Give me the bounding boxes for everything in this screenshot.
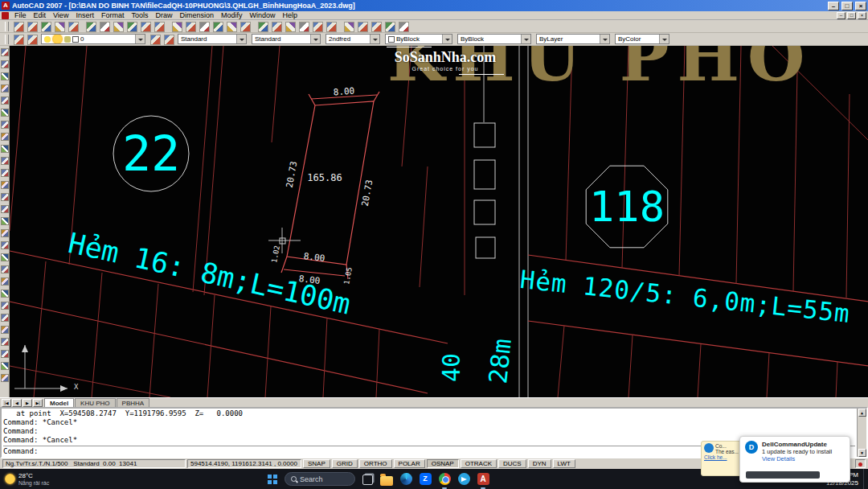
- taskbar-search[interactable]: Search: [285, 472, 355, 486]
- lwt-toggle[interactable]: LWT: [553, 459, 575, 468]
- mdi-close-button[interactable]: [858, 12, 866, 19]
- taskbar-button-autocad[interactable]: [476, 472, 490, 487]
- taskbar-button-chrome[interactable]: [437, 472, 452, 487]
- gradient-icon[interactable]: [0, 227, 10, 239]
- color-combo[interactable]: ByBlock: [385, 34, 452, 44]
- tab-model[interactable]: Model: [44, 398, 74, 407]
- menu-format[interactable]: Format: [98, 11, 128, 19]
- offset-icon[interactable]: [0, 311, 10, 323]
- save-icon[interactable]: [39, 21, 52, 32]
- line-icon[interactable]: [0, 46, 10, 58]
- open-icon[interactable]: [26, 21, 39, 32]
- mdi-minimize-button[interactable]: [837, 12, 845, 19]
- menu-modify[interactable]: Modify: [218, 11, 246, 19]
- undo-icon[interactable]: [170, 21, 183, 32]
- menu-tools[interactable]: Tools: [128, 11, 151, 19]
- rectangle-icon[interactable]: [0, 94, 10, 106]
- make-object-layer-current-icon[interactable]: [149, 34, 162, 45]
- plot-style-combo[interactable]: ByColor: [615, 34, 669, 44]
- communication-center-icon[interactable]: [855, 459, 866, 468]
- taskbar-button-zalo[interactable]: [418, 472, 432, 487]
- command-scrollbar[interactable]: [857, 409, 866, 457]
- revision-cloud-icon[interactable]: [0, 130, 10, 142]
- street-label-vertical-40[interactable]: 40: [437, 353, 465, 382]
- tab-last-button[interactable]: [33, 399, 43, 407]
- draw-order-icon[interactable]: [383, 21, 396, 32]
- mdi-restore-button[interactable]: [847, 12, 856, 19]
- taskbar-button-explorer[interactable]: [379, 472, 394, 487]
- zoom-realtime-icon[interactable]: [211, 21, 224, 32]
- distance-icon[interactable]: [356, 21, 369, 32]
- block-editor-icon[interactable]: [153, 21, 166, 32]
- street-label-vertical-28m[interactable]: 28m: [483, 337, 517, 384]
- plot-preview-icon[interactable]: [67, 21, 80, 32]
- arc-icon[interactable]: [0, 106, 10, 118]
- stretch-icon[interactable]: [0, 372, 10, 384]
- polyline-icon[interactable]: [0, 70, 10, 82]
- redo-icon[interactable]: [184, 21, 197, 32]
- taskbar-button-edge[interactable]: [399, 472, 413, 487]
- designcenter-icon[interactable]: [270, 21, 283, 32]
- close-button[interactable]: [855, 2, 866, 10]
- osnap-toggle[interactable]: OSNAP: [427, 459, 459, 468]
- layer-properties-manager-icon[interactable]: [12, 34, 25, 45]
- layer-combo[interactable]: 0: [41, 34, 145, 44]
- scale-icon[interactable]: [0, 360, 10, 372]
- parcel-area-label[interactable]: 165.86: [307, 172, 342, 183]
- menu-edit[interactable]: Edit: [31, 11, 50, 19]
- sheet-set-manager-icon[interactable]: [297, 21, 310, 32]
- erase-icon[interactable]: [0, 275, 10, 287]
- show-desktop-button[interactable]: [863, 469, 866, 489]
- text-style-combo[interactable]: Standard: [178, 34, 247, 44]
- menu-draw[interactable]: Draw: [152, 11, 175, 19]
- mirror-icon[interactable]: [0, 299, 10, 311]
- zone-118-label[interactable]: 118: [589, 183, 665, 231]
- menu-window[interactable]: Window: [247, 11, 279, 19]
- tab-prev-button[interactable]: [12, 399, 22, 407]
- ortho-toggle[interactable]: ORTHO: [359, 459, 392, 468]
- copy-icon[interactable]: [112, 21, 125, 32]
- tool-palettes-icon[interactable]: [284, 21, 297, 32]
- paste-icon[interactable]: [125, 21, 138, 32]
- linetype-combo[interactable]: ByBlock: [457, 34, 531, 44]
- qnew-icon[interactable]: [12, 21, 25, 32]
- quickcalc-icon[interactable]: [325, 21, 338, 32]
- markup-set-manager-icon[interactable]: [311, 21, 324, 32]
- maximize-button[interactable]: [841, 2, 853, 10]
- menu-file[interactable]: File: [11, 11, 30, 19]
- plot-icon[interactable]: [53, 21, 66, 32]
- zoom-previous-icon[interactable]: [239, 21, 252, 32]
- menu-dimension[interactable]: Dimension: [176, 11, 217, 19]
- start-button[interactable]: [265, 472, 280, 487]
- tab-khu-pho[interactable]: KHU PHO: [75, 398, 115, 407]
- table-icon[interactable]: [0, 251, 10, 263]
- otrack-toggle[interactable]: OTRACK: [461, 459, 497, 468]
- command-prompt[interactable]: Command:: [3, 446, 38, 457]
- move-icon[interactable]: [0, 335, 10, 347]
- rotate-icon[interactable]: [0, 347, 10, 360]
- array-icon[interactable]: [0, 323, 10, 335]
- dim-style-combo[interactable]: Standard: [252, 34, 321, 44]
- menu-view[interactable]: View: [50, 11, 72, 19]
- pan-realtime-icon[interactable]: [198, 21, 211, 32]
- table-style-combo[interactable]: 2ndfred: [326, 34, 380, 44]
- tab-next-button[interactable]: [23, 399, 32, 407]
- dell-update-notification[interactable]: DellCommandUpdate 1 update is ready to i…: [739, 436, 850, 483]
- drawing-canvas[interactable]: KHU PHO SoSanhNha.com Great choice for y…: [10, 46, 868, 397]
- dimension-top[interactable]: 8.00: [333, 86, 354, 98]
- polygon-icon[interactable]: [0, 82, 10, 94]
- hatch-icon[interactable]: [0, 215, 10, 227]
- zoom-window-icon[interactable]: [225, 21, 238, 32]
- cut-icon[interactable]: [98, 21, 111, 32]
- spline-icon[interactable]: [0, 142, 10, 154]
- lineweight-combo[interactable]: ByLayer: [536, 34, 610, 44]
- dyn-toggle[interactable]: DYN: [528, 459, 551, 468]
- snap-toggle[interactable]: SNAP: [303, 459, 330, 468]
- menu-help[interactable]: Help: [280, 11, 301, 19]
- tab-pbhha[interactable]: PBHHA: [117, 398, 150, 407]
- point-icon[interactable]: [0, 203, 10, 215]
- help-icon[interactable]: [342, 21, 355, 32]
- weather-widget[interactable]: 28°C Nắng rải rác: [5, 469, 49, 489]
- make-block-icon[interactable]: [0, 191, 10, 203]
- scroll-up-icon[interactable]: [858, 409, 866, 417]
